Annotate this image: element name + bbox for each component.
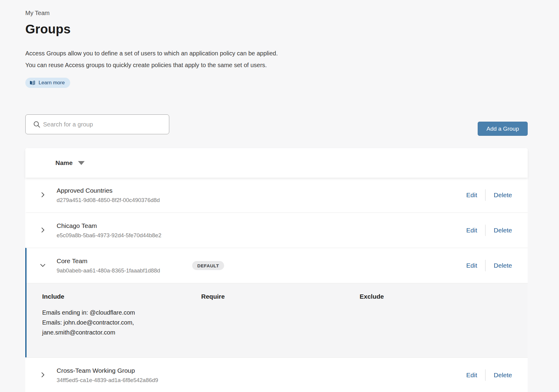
name-column-header[interactable]: Name [55, 159, 73, 166]
learn-more-label: Learn more [39, 80, 65, 86]
group-id: 9ab0abeb-aa61-480a-8365-1faaabf1d88d [57, 267, 192, 274]
group-name: Approved Countries [57, 186, 192, 195]
include-rules: Emails ending in: @cloudflare.com Emails… [42, 308, 184, 338]
chevron-right-icon [39, 226, 46, 235]
collapse-row-button[interactable] [39, 262, 46, 269]
group-name: Core Team [57, 257, 192, 265]
default-badge: DEFAULT [192, 261, 224, 270]
page-title: Groups [25, 22, 528, 37]
table-header: Name [25, 148, 528, 178]
edit-link[interactable]: Edit [466, 191, 477, 199]
add-group-button[interactable]: Add a Group [478, 122, 528, 136]
search-input[interactable] [25, 114, 169, 134]
book-icon [29, 80, 36, 86]
edit-link[interactable]: Edit [466, 372, 477, 379]
table-row: Cross-Team Working Group 34ff5ed5-ca1e-4… [25, 357, 528, 392]
row-actions: Edit Delete [466, 369, 512, 381]
exclude-header: Exclude [360, 292, 512, 300]
expand-row-button[interactable] [39, 191, 46, 199]
group-name-block: Chicago Team e5c09a8b-5ba6-4973-92d4-5fe… [57, 222, 192, 239]
edit-link[interactable]: Edit [466, 262, 477, 269]
actions-divider [485, 225, 486, 236]
learn-more-button[interactable]: Learn more [25, 78, 70, 88]
groups-table: Name Approved Countries d279a451-9d08-48… [25, 148, 528, 392]
row-actions: Edit Delete [466, 260, 512, 271]
table-row-expanded: Core Team 9ab0abeb-aa61-480a-8365-1faaab… [25, 248, 528, 357]
description-line-1: Access Groups allow you to define a set … [25, 48, 528, 59]
delete-link[interactable]: Delete [494, 191, 512, 199]
group-id: e5c09a8b-5ba6-4973-92d4-5fe70d44b8e2 [57, 232, 192, 239]
edit-link[interactable]: Edit [466, 227, 477, 234]
exclude-column: Exclude [360, 292, 512, 338]
group-name-block: Cross-Team Working Group 34ff5ed5-ca1e-4… [57, 366, 192, 384]
breadcrumb: My Team [25, 9, 528, 17]
chevron-right-icon [39, 191, 46, 199]
page-content: My Team Groups Access Groups allow you t… [25, 0, 528, 392]
expand-row-button[interactable] [39, 227, 46, 234]
delete-link[interactable]: Delete [494, 227, 512, 234]
include-rule: Emails: john.doe@contractor.com, jane.sm… [42, 318, 184, 338]
toolbar: Add a Group [25, 114, 528, 136]
delete-link[interactable]: Delete [494, 372, 512, 379]
page-description: Access Groups allow you to define a set … [25, 48, 528, 71]
include-column: Include Emails ending in: @cloudflare.co… [42, 292, 201, 338]
caret-down-icon[interactable] [78, 161, 85, 165]
group-policy-details: Include Emails ending in: @cloudflare.co… [27, 283, 528, 357]
expand-row-button[interactable] [39, 372, 46, 379]
require-header: Require [201, 292, 360, 300]
actions-divider [485, 260, 486, 271]
chevron-right-icon [39, 371, 46, 379]
include-header: Include [42, 292, 201, 300]
include-rule: Emails ending in: @cloudflare.com [42, 308, 184, 318]
search-container [25, 114, 169, 134]
chevron-down-icon [39, 262, 46, 270]
actions-divider [485, 189, 486, 201]
delete-link[interactable]: Delete [494, 262, 512, 269]
group-id: d279a451-9d08-4850-8f2f-00c490376d8d [57, 197, 192, 204]
description-line-2: You can reuse Access groups to quickly c… [25, 59, 528, 71]
table-rows: Approved Countries d279a451-9d08-4850-8f… [25, 178, 528, 392]
actions-divider [485, 369, 486, 381]
row-actions: Edit Delete [466, 225, 512, 236]
group-name-block: Core Team 9ab0abeb-aa61-480a-8365-1faaab… [57, 257, 192, 274]
group-id: 34ff5ed5-ca1e-4839-ad1a-6f8e542a86d9 [57, 377, 192, 384]
group-name: Chicago Team [57, 222, 192, 230]
group-name-block: Approved Countries d279a451-9d08-4850-8f… [57, 186, 192, 204]
table-row: Approved Countries d279a451-9d08-4850-8f… [25, 178, 528, 213]
row-actions: Edit Delete [466, 189, 512, 201]
require-column: Require [201, 292, 360, 338]
table-row: Chicago Team e5c09a8b-5ba6-4973-92d4-5fe… [25, 213, 528, 248]
group-name: Cross-Team Working Group [57, 366, 192, 375]
